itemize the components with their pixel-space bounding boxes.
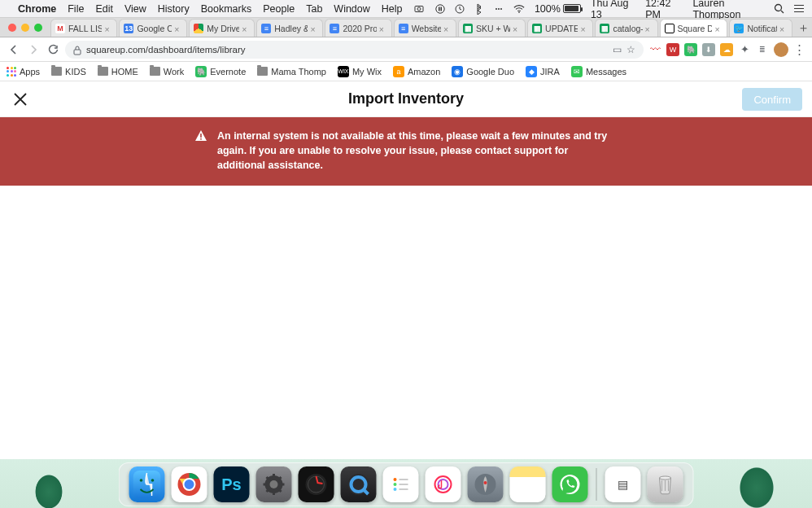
dock-app-chrome[interactable] [172, 466, 207, 502]
window-close-button[interactable] [8, 24, 16, 32]
menu-file[interactable]: File [68, 3, 84, 15]
tab-close-icon[interactable]: × [174, 24, 182, 33]
bookmark-label: Mama Thomp [271, 67, 326, 77]
tab-close-icon[interactable]: × [714, 24, 723, 33]
tab-close-icon[interactable]: × [443, 24, 452, 33]
bookmark-item[interactable]: HOME [98, 67, 138, 77]
bookmark-item[interactable]: aAmazon [393, 66, 440, 77]
profile-avatar[interactable] [774, 42, 788, 57]
close-button[interactable] [11, 90, 29, 108]
bookmark-item[interactable]: Work [150, 67, 184, 77]
duo-icon: ◉ [452, 66, 463, 77]
macos-menu-bar: Chrome File Edit View History Bookmarks … [0, 0, 812, 18]
dock-app-system-preferences[interactable] [256, 466, 292, 502]
menu-history[interactable]: History [158, 3, 190, 15]
bookmark-item[interactable]: ◉Google Duo [452, 66, 514, 77]
dock-app-finder[interactable] [129, 466, 165, 502]
menubar-user[interactable]: Lauren Thompson [692, 0, 763, 20]
tab-close-icon[interactable]: × [513, 24, 521, 33]
status-camera-icon[interactable] [414, 3, 426, 15]
tab-label: Notificat [747, 24, 777, 33]
bookmark-item[interactable]: Apps [7, 67, 40, 77]
bookmark-star-icon[interactable]: ☆ [626, 44, 635, 55]
nav-forward-button[interactable] [26, 42, 41, 57]
menu-edit[interactable]: Edit [95, 3, 113, 15]
bookmark-item[interactable]: Mama Thomp [257, 67, 326, 77]
dock-app-reminders[interactable] [383, 466, 419, 502]
address-bar[interactable]: squareup.com/dashboard/items/library ▭ ☆ [65, 41, 644, 59]
svg-line-30 [267, 489, 269, 492]
status-wifi-icon[interactable] [513, 3, 525, 15]
tab-close-icon[interactable]: × [580, 24, 588, 33]
bookmark-item[interactable]: 🐘Evernote [195, 66, 246, 77]
ext-evernote-icon[interactable]: 🐘 [684, 43, 697, 56]
menu-tab[interactable]: Tab [306, 3, 322, 15]
status-bluetooth-icon[interactable] [474, 3, 484, 15]
bookmark-item[interactable]: KIDS [51, 67, 86, 77]
wix-icon: WIX [338, 66, 349, 77]
dock-app-photoshop[interactable]: Ps [214, 466, 250, 502]
dock-trash-icon[interactable] [648, 466, 683, 502]
browser-tab[interactable]: MFALL LIS× [50, 19, 117, 37]
browser-tab[interactable]: ≡2020 Pro× [325, 19, 391, 37]
tab-close-icon[interactable]: × [779, 24, 788, 33]
dock-app-activity[interactable] [299, 466, 334, 502]
ext-red-icon[interactable]: W [666, 43, 679, 56]
tab-close-icon[interactable]: × [379, 24, 387, 33]
dock-app-whatsapp[interactable] [552, 466, 588, 502]
reader-icon[interactable]: ▭ [613, 44, 622, 55]
ext-list-icon[interactable]: ≣ [756, 43, 769, 56]
battery-status[interactable]: 100% [535, 3, 581, 15]
bookmark-item[interactable]: ✉Messages [571, 66, 626, 77]
control-center-icon[interactable] [794, 5, 804, 13]
folder-icon [51, 67, 62, 76]
menu-bookmarks[interactable]: Bookmarks [201, 3, 252, 15]
browser-tab[interactable]: 🐦Notificat× [729, 19, 792, 37]
tab-label: Website [412, 24, 441, 33]
dock-app-quicktime[interactable] [341, 466, 377, 502]
active-app-name[interactable]: Chrome [18, 3, 56, 15]
dock-doc-icon[interactable]: ▤ [605, 466, 641, 502]
chrome-menu-button[interactable]: ⋮ [793, 42, 805, 57]
browser-tab[interactable]: ▦SKU + W× [458, 19, 526, 37]
nav-reload-button[interactable] [46, 42, 60, 57]
browser-tab[interactable]: My Drive× [189, 19, 255, 37]
status-dots-icon[interactable] [494, 3, 504, 15]
folder-icon [257, 67, 268, 76]
menu-people[interactable]: People [263, 3, 295, 15]
browser-tab[interactable]: ≡Website× [394, 19, 456, 37]
tab-close-icon[interactable]: × [104, 24, 112, 33]
ext-puzzle-icon[interactable]: ✦ [738, 43, 751, 56]
menu-help[interactable]: Help [382, 3, 403, 15]
tab-close-icon[interactable]: × [242, 24, 250, 33]
dock-app-music[interactable] [426, 466, 461, 502]
nav-back-button[interactable] [7, 42, 21, 57]
ext-cloud-icon[interactable]: ☁ [720, 43, 733, 56]
status-pause-icon[interactable] [435, 3, 445, 15]
browser-tab[interactable]: 13Google C× [119, 19, 187, 37]
spotlight-icon[interactable] [774, 3, 784, 15]
menu-window[interactable]: Window [334, 3, 369, 15]
menu-view[interactable]: View [124, 3, 146, 15]
browser-tab[interactable]: ▦UPDATE× [527, 19, 593, 37]
window-minimize-button[interactable] [21, 24, 29, 32]
browser-tab[interactable]: Square D× [660, 19, 728, 37]
ext-downloads-icon[interactable]: ⬇ [702, 43, 715, 56]
confirm-button[interactable]: Confirm [742, 88, 802, 111]
svg-line-11 [781, 11, 784, 13]
window-zoom-button[interactable] [34, 24, 42, 32]
status-timemachine-icon[interactable] [455, 3, 465, 15]
bookmark-item[interactable]: ◆JIRA [526, 66, 560, 77]
dock-app-launchpad[interactable] [468, 466, 504, 502]
bookmark-item[interactable]: WIXMy Wix [338, 66, 382, 77]
tab-label: Square D [678, 24, 713, 33]
browser-tab[interactable]: ▦catalog-× [595, 19, 657, 37]
menubar-date[interactable]: Thu Aug 13 [591, 0, 635, 20]
tab-close-icon[interactable]: × [310, 24, 318, 33]
tab-close-icon[interactable]: × [645, 24, 653, 33]
new-tab-button[interactable]: ＋ [794, 19, 812, 37]
dock-app-notes[interactable] [510, 466, 546, 502]
ext-slash-icon[interactable]: 〰 [648, 43, 661, 56]
browser-tab[interactable]: ≡Hadley &× [256, 19, 323, 37]
menubar-time[interactable]: 12:42 PM [645, 0, 683, 20]
